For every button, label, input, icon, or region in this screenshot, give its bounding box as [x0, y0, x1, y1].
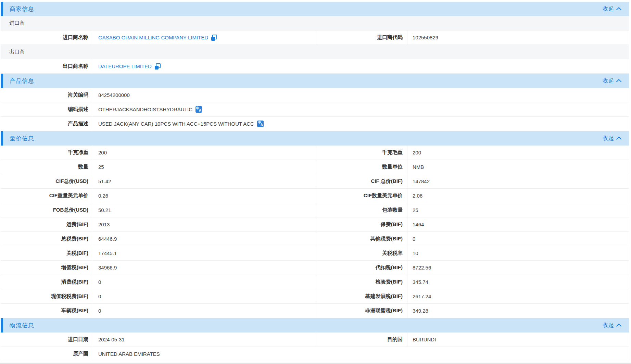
row-value: 0	[93, 289, 316, 303]
row-label: 包装数量	[316, 203, 407, 217]
row-label: 数量	[1, 160, 93, 174]
company-link[interactable]: DAI EUROPE LIMITED	[98, 63, 152, 69]
row-value: 147842	[407, 174, 629, 188]
collapse-button[interactable]: 收起	[603, 135, 621, 142]
row-label: 总税费(BIF)	[1, 232, 93, 246]
section-header: 商家信息收起	[1, 2, 629, 16]
row-label: 产品描述	[1, 117, 93, 131]
row-value-text: 200	[413, 150, 421, 155]
collapse-label: 收起	[603, 77, 614, 85]
row-value: 200	[407, 146, 629, 160]
row-label: FOB总价(USD)	[1, 203, 93, 217]
row-label: 关税(BIF)	[1, 246, 93, 260]
collapse-button[interactable]: 收起	[603, 322, 621, 329]
table-row: 编码描述OTHERJACKSANDHOISTSHYDRAULIC中A	[1, 102, 629, 117]
row-value-text: 2.06	[413, 193, 422, 199]
row-value: 8722.56	[407, 261, 629, 275]
group-subheader-label: 出口商	[9, 49, 25, 55]
row-value: 0	[407, 232, 629, 246]
row-label: CIF 总价(BIF)	[316, 174, 407, 188]
row-value: 64446.9	[93, 232, 316, 246]
row-value: DAI EUROPE LIMITED	[93, 59, 629, 73]
chevron-up-icon	[616, 79, 622, 85]
row-value-text: 1464	[413, 222, 424, 227]
translate-icon-en-glyph: A	[261, 123, 263, 127]
trade-detail-panel: 商家信息收起进口商进口商名称GASABO GRAIN MILLING COMPA…	[1, 2, 629, 361]
row-label: 千克净重	[1, 146, 93, 160]
row-label: 非洲联盟税(BIF)	[316, 304, 407, 318]
table-row: FOB总价(USD)50.21包装数量25	[1, 203, 629, 217]
row-label: 进口日期	[1, 332, 93, 347]
row-label: 进口商名称	[1, 30, 93, 45]
row-label: CIF重量美元单价	[1, 189, 93, 203]
translate-icon[interactable]: 中A	[257, 121, 264, 127]
row-label: 进口商代码	[316, 30, 407, 45]
copy-icon[interactable]	[211, 35, 217, 41]
row-value-text: 2617.24	[413, 293, 431, 299]
copy-icon[interactable]	[155, 63, 161, 70]
row-value-text: 0	[98, 308, 101, 314]
row-value: 84254200000	[93, 88, 629, 102]
row-value: 50.21	[93, 203, 316, 217]
row-label: 关税税率	[316, 246, 407, 260]
row-value-text: 17445.1	[98, 250, 117, 256]
row-value: 349.28	[407, 304, 629, 318]
collapse-button[interactable]: 收起	[603, 77, 621, 85]
row-label: 千克毛重	[316, 146, 407, 160]
row-value-text: USED JACK(ANY CAR) 10PCS WITH ACC+15PCS …	[98, 121, 254, 127]
row-value: 0	[93, 275, 316, 289]
table-row: 出口商名称DAI EUROPE LIMITED	[1, 59, 629, 74]
row-value-text: 0	[413, 236, 415, 242]
row-value-text: 102550829	[413, 35, 438, 40]
table-row: 原产国UNITED ARAB EMIRATES	[1, 347, 629, 361]
section-title: 商家信息	[10, 5, 34, 13]
row-value: 2024-05-31	[93, 332, 316, 347]
collapse-label: 收起	[603, 5, 614, 13]
row-value-text: 64446.9	[98, 236, 117, 242]
company-link[interactable]: GASABO GRAIN MILLING COMPANY LIMITED	[98, 35, 208, 40]
row-value: 17445.1	[93, 246, 316, 260]
row-value: 2617.24	[407, 289, 629, 303]
row-label: 保费(BIF)	[316, 217, 407, 231]
row-value: 34966.9	[93, 261, 316, 275]
row-label: 检验费(BIF)	[316, 275, 407, 289]
row-label: 消费税(BIF)	[1, 275, 93, 289]
row-label: 基建发展税(BIF)	[316, 289, 407, 303]
chevron-up-icon	[616, 7, 622, 13]
table-row: CIF重量美元单价0.26CIF数量美元单价2.06	[1, 189, 629, 203]
table-row: 消费税(BIF)0检验费(BIF)345.74	[1, 275, 629, 289]
collapse-button[interactable]: 收起	[603, 5, 621, 13]
row-label: 增值税(BIF)	[1, 261, 93, 275]
row-value: 10	[407, 246, 629, 260]
section-header: 量价信息收起	[1, 131, 629, 146]
row-value-text: 147842	[413, 178, 430, 184]
row-value-text: 345.74	[413, 279, 428, 285]
row-label: 原产国	[1, 347, 93, 361]
row-value: 345.74	[407, 275, 629, 289]
table-row: 进口日期2024-05-31目的国BURUNDI	[1, 332, 629, 347]
collapse-label: 收起	[603, 322, 614, 329]
translate-icon[interactable]: 中A	[195, 106, 202, 113]
row-value-text: 2024-05-31	[98, 337, 125, 342]
section-title: 物流信息	[10, 322, 34, 329]
table-row: 现值税税费(BIF)0基建发展税(BIF)2617.24	[1, 289, 629, 304]
section-title: 产品信息	[10, 77, 34, 85]
group-subheader-row: 出口商	[1, 45, 629, 59]
row-label: CIF总价(USD)	[1, 174, 93, 188]
row-value-text: NMB	[413, 164, 424, 170]
row-value: 2.06	[407, 189, 629, 203]
chevron-up-icon	[616, 324, 622, 329]
row-value-text: 0.26	[98, 193, 108, 199]
page-bottom-edge	[0, 363, 631, 364]
row-value: 102550829	[407, 30, 629, 45]
row-value: 51.42	[93, 174, 316, 188]
table-row: 千克净重200千克毛重200	[1, 146, 629, 160]
table-row: 数量25数量单位NMB	[1, 160, 629, 174]
row-label: CIF数量美元单价	[316, 189, 407, 203]
row-value: OTHERJACKSANDHOISTSHYDRAULIC中A	[93, 102, 629, 116]
table-row: 进口商名称GASABO GRAIN MILLING COMPANY LIMITE…	[1, 30, 629, 45]
row-value-text: 2013	[98, 222, 110, 227]
table-row: 产品描述USED JACK(ANY CAR) 10PCS WITH ACC+15…	[1, 117, 629, 131]
translate-icon-en-glyph: A	[199, 109, 201, 112]
table-row: CIF总价(USD)51.42CIF 总价(BIF)147842	[1, 174, 629, 189]
